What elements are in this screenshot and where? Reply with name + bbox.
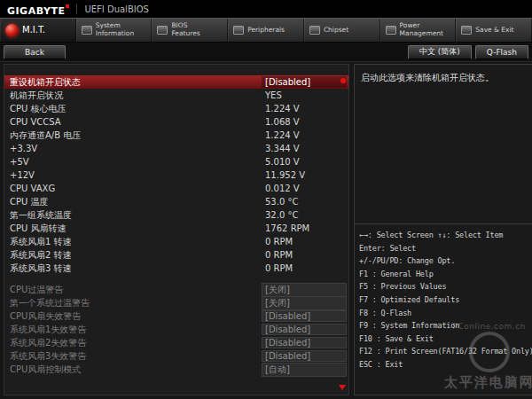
item-value: [关闭] [262,283,347,297]
list-item[interactable]: CPU风扇失效警告 [Disabled] [4,309,348,323]
system-information-icon [82,26,92,35]
item-value: 11.952 V [262,169,347,181]
mit-orb-icon [5,24,19,37]
item-label: +12V [10,170,262,180]
list-item: 系统风扇1 转速 0 RPM [4,235,348,248]
item-label: 内存通道A/B 电压 [10,129,262,142]
item-label: CPU VAXG [10,184,262,193]
list-item[interactable]: 系统风扇2失效警告 [Disabled] [4,336,348,349]
item-value: 3.344 V [262,143,347,154]
tab-mit[interactable]: M.I.T. [0,19,76,42]
key-legend-line: F8 : Q-Flash [359,307,532,320]
list-item: 内存通道A/B 电压 1.224 V [4,129,348,142]
title-bar: GIGABYTE UEFI DualBIOS [0,0,532,18]
list-item-reset-case-open[interactable]: 重设机箱开启状态 [Disabled] [4,75,348,89]
key-legend-line: F1 : General Help [359,268,532,281]
list-item: CPU 温度 53.0 °C [4,195,348,208]
tab-power-management[interactable]: Power Management [380,19,457,42]
item-value: 1.224 V [262,103,347,114]
item-label: CPU 核心电压 [10,103,262,115]
item-value: [Disabled] [262,350,347,362]
key-legend-line: ESC : Exit [359,358,532,372]
list-item: CPU VAXG 0.012 V [4,182,348,195]
back-button[interactable]: Back [4,45,66,59]
tab-peripherals[interactable]: Peripherals [228,19,304,42]
item-value: 1.068 V [262,116,347,128]
item-label: 重设机箱开启状态 [10,76,262,89]
item-value: [Disabled] [262,310,347,322]
key-legend-line: F10 : Save & Exit [359,332,532,346]
tab-label: Save & Exit [475,27,513,35]
tab-label: Peripherals [247,27,285,35]
item-value: [自动] [262,363,347,377]
item-value: [关闭] [262,296,347,310]
item-value: 32.0 °C [262,209,347,221]
tab-bar: M.I.T. System Information BIOS Features … [0,18,532,43]
item-label: CPU风扇失效警告 [10,310,262,323]
key-legend: ←→: Select Screen ↑↓: Select Item Enter:… [355,224,532,376]
item-value: [Disabled] [262,337,347,348]
watermark-site-name: 太平洋电脑网 [444,374,532,391]
list-item: CPU 核心电压 1.224 V [4,102,348,115]
item-label: 第一组系统温度 [10,209,262,222]
list-item: 第一组系统温度 32.0 °C [4,208,348,222]
list-item: +5V 5.010 V [4,155,348,168]
item-value: 1762 RPM [262,223,347,234]
item-value: 1.224 V [262,129,347,141]
item-value: [Disabled] [262,76,347,88]
list-item[interactable]: 第一个系统过温警告 [关闭] [4,296,348,309]
item-label: 系统风扇3失效警告 [10,350,262,363]
item-value: [Disabled] [262,324,347,335]
list-item: CPU 风扇转速 1762 RPM [4,222,348,235]
bios-product-title: UEFI DualBIOS [84,4,149,14]
item-value: 5.010 V [262,156,347,168]
gigabyte-logo: GIGABYTE [7,1,69,18]
item-label: 系统风扇3 转速 [10,262,262,275]
tab-bios-features[interactable]: BIOS Features [152,19,228,42]
power-management-icon [386,26,396,35]
scroll-down-indicator-icon[interactable] [339,385,346,390]
key-legend-line: F7 : Optimized Defaults [359,293,532,307]
peripherals-icon [233,26,244,35]
item-value: 0 RPM [262,262,347,274]
item-label: CPU过温警告 [10,284,262,296]
main-area: 重设机箱开启状态 [Disabled] 机箱开启状况 YES CPU 核心电压 … [0,62,532,399]
tab-label: Power Management [400,22,446,37]
tab-system-information[interactable]: System Information [76,19,153,42]
item-value: 0 RPM [262,236,347,247]
item-value: 0 RPM [262,249,347,261]
key-legend-line: ←→: Select Screen ↑↓: Select Item [359,229,532,242]
item-label: 第一个系统过温警告 [10,297,262,309]
key-legend-line: F5 : Previous Values [359,280,532,293]
brand-text: GIGABYTE [7,5,65,17]
tab-save-exit[interactable]: Save & Exit [456,19,532,42]
key-legend-line: F9 : System Information [359,319,532,332]
help-panel: 启动此选项来清除机箱开启状态。 ←→: Select Screen ↑↓: Se… [354,64,532,395]
list-item[interactable]: 系统风扇3失效警告 [Disabled] [4,349,348,363]
list-item[interactable]: CPU风扇控制模式 [自动] [4,363,348,376]
brand-accent-icon [66,4,69,8]
item-label: 系统风扇1失效警告 [10,324,262,336]
list-item[interactable]: CPU过温警告 [关闭] [4,283,348,296]
item-help-description: 启动此选项来清除机箱开启状态。 [355,65,532,224]
list-item: +12V 11.952 V [4,168,348,182]
list-item: +3.3V 3.344 V [4,142,348,155]
tab-chipset[interactable]: Chipset [304,19,380,42]
title-divider [76,4,77,14]
item-label: CPU 风扇转速 [10,223,262,235]
tab-label: M.I.T. [22,25,45,35]
sub-toolbar: Back 中文 (简体) Q-Flash [0,43,532,62]
bios-features-icon [157,26,168,35]
bios-screen: GIGABYTE UEFI DualBIOS M.I.T. System Inf… [0,0,532,399]
list-item[interactable]: 系统风扇1失效警告 [Disabled] [4,323,348,336]
qflash-button[interactable]: Q-Flash [475,45,528,59]
item-value: 0.012 V [262,183,347,194]
item-label: CPU 温度 [10,196,262,208]
key-legend-line: F12 : Print Screen(FAT16/32 Format Only) [359,345,532,358]
item-label: 机箱开启状况 [10,90,262,102]
list-item: 机箱开启状况 YES [4,89,348,102]
scroll-up-indicator-icon[interactable] [340,78,346,83]
key-legend-line: Enter: Select [359,242,532,255]
language-button[interactable]: 中文 (简体) [408,45,472,59]
save-exit-icon [461,26,472,35]
